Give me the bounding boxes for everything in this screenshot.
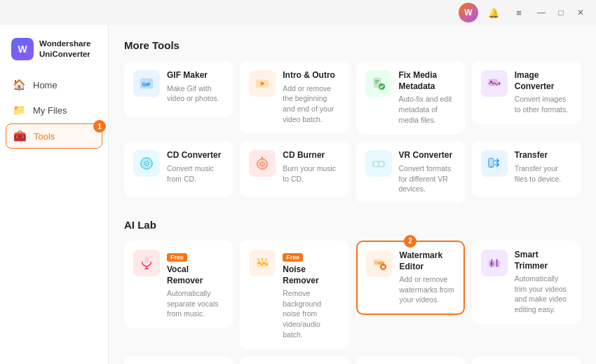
intro-outro-name: Intro & Outro xyxy=(283,70,339,81)
noise-remover-info: Free Noise Remover Remove background noi… xyxy=(283,250,339,340)
subtitle-editor-card[interactable]: Subtitle Editor A powerful subtitle edit… xyxy=(240,356,348,364)
minimize-button[interactable]: — xyxy=(534,6,548,20)
noise-remover-icon xyxy=(249,250,276,276)
svg-point-12 xyxy=(146,163,147,164)
svg-rect-22 xyxy=(144,257,149,264)
watermark-badge: 2 xyxy=(404,235,416,248)
gif-maker-icon: GIF xyxy=(133,70,160,97)
svg-rect-6 xyxy=(374,82,378,83)
smart-trimmer-desc: Automatically trim your videos and make … xyxy=(515,274,571,315)
sidebar-item-my-files[interactable]: 📁 My Files xyxy=(6,98,102,122)
watermark-editor-name: Watermark Editor xyxy=(400,250,455,272)
watermark-editor-wrapper: 2 ©WM Watermark Editor Add or remove wat… xyxy=(356,241,465,349)
cd-converter-card[interactable]: CD Converter Convert music from CD. xyxy=(124,141,233,197)
ai-portrait-wrapper: AI AI Portrait Change video background w… xyxy=(472,356,581,364)
auto-crop-wrapper: Auto Crop Automatically resize videos fo… xyxy=(124,356,233,364)
transfer-icon xyxy=(481,150,508,177)
watermark-editor-info: Watermark Editor Add or remove watermark… xyxy=(400,250,455,305)
ai-lab-title: AI Lab xyxy=(124,219,581,231)
smart-trimmer-name: Smart Trimmer xyxy=(515,250,571,271)
vr-converter-card[interactable]: VR Converter Convert formats for differe… xyxy=(356,141,465,203)
vocal-remover-icon xyxy=(133,250,160,276)
notification-icon[interactable]: 🔔 xyxy=(484,3,503,22)
image-converter-info: Image Converter Convert images to other … xyxy=(515,70,571,115)
intro-outro-wrapper: Intro & Outro Add or remove the beginnin… xyxy=(240,61,348,134)
cd-converter-wrapper: CD Converter Convert music from CD. xyxy=(124,141,233,203)
maximize-button[interactable]: □ xyxy=(554,6,568,20)
watermark-editor-card[interactable]: ©WM Watermark Editor Add or remove water… xyxy=(356,241,465,315)
vr-converter-icon xyxy=(365,150,392,177)
vocal-remover-wrapper: Free Vocal Remover Automatically separat… xyxy=(124,241,233,349)
ai-lab-grid: Free Vocal Remover Automatically separat… xyxy=(124,241,581,364)
intro-outro-icon xyxy=(249,70,276,97)
fix-media-card[interactable]: Fix Media Metadata Auto-fix and edit met… xyxy=(356,61,465,134)
cd-converter-name: CD Converter xyxy=(167,150,224,161)
menu-icon[interactable]: ≡ xyxy=(509,3,529,22)
noise-free-badge: Free xyxy=(283,253,303,262)
cd-burner-card[interactable]: CD Burner Burn your music to CD. xyxy=(240,141,348,197)
logo-text: Wondershare UniConverter xyxy=(39,39,90,60)
cd-converter-info: CD Converter Convert music from CD. xyxy=(167,150,224,184)
subtitle-editor-wrapper: Subtitle Editor A powerful subtitle edit… xyxy=(240,356,348,364)
tools-icon: 🧰 xyxy=(13,130,27,142)
cd-burner-wrapper: CD Burner Burn your music to CD. xyxy=(240,141,348,203)
more-tools-grid: GIF GIF Maker Make Gif with video or pho… xyxy=(124,61,581,203)
intro-outro-info: Intro & Outro Add or remove the beginnin… xyxy=(283,70,339,124)
vocal-remover-card[interactable]: Free Vocal Remover Automatically separat… xyxy=(124,241,233,328)
svg-text:AI: AI xyxy=(489,262,494,266)
app-layout: W Wondershare UniConverter 🏠 Home 📁 My F… xyxy=(0,25,596,364)
home-icon: 🏠 xyxy=(13,79,26,91)
fix-media-desc: Auto-fix and edit metadata of media file… xyxy=(399,94,456,125)
sidebar-item-home[interactable]: 🏠 Home xyxy=(6,73,102,97)
sidebar: W Wondershare UniConverter 🏠 Home 📁 My F… xyxy=(0,25,109,364)
noise-remover-card[interactable]: Free Noise Remover Remove background noi… xyxy=(240,241,348,349)
smart-trimmer-wrapper: AI Smart Trimmer Automatically trim your… xyxy=(472,241,581,349)
smart-trimmer-info: Smart Trimmer Automatically trim your vi… xyxy=(515,250,571,315)
svg-rect-5 xyxy=(374,80,379,81)
more-tools-section: More Tools GIF GIF Maker Make Gif with v… xyxy=(124,39,581,203)
cd-burner-desc: Burn your music to CD. xyxy=(283,163,339,184)
gif-maker-card[interactable]: GIF GIF Maker Make Gif with video or pho… xyxy=(124,61,233,117)
smart-trimmer-card[interactable]: AI Smart Trimmer Automatically trim your… xyxy=(472,241,581,324)
vocal-remover-info: Free Vocal Remover Automatically separat… xyxy=(167,250,224,319)
transfer-wrapper: Transfer Transfer your files to device. xyxy=(472,141,581,203)
cd-burner-name: CD Burner xyxy=(283,150,339,161)
gif-maker-wrapper: GIF GIF Maker Make Gif with video or pho… xyxy=(124,61,233,134)
image-converter-name: Image Converter xyxy=(515,70,571,92)
sidebar-item-tools[interactable]: 🧰 Tools 1 xyxy=(6,123,102,149)
transfer-desc: Transfer your files to device. xyxy=(515,163,571,184)
background-remo-wrapper: Background Remo... Automatically remove … xyxy=(356,356,465,364)
cd-burner-info: CD Burner Burn your music to CD. xyxy=(283,150,339,184)
image-converter-card[interactable]: Image Converter Convert images to other … xyxy=(472,61,581,124)
noise-remover-name: Noise Remover xyxy=(283,264,339,286)
noise-remover-desc: Remove background noise from video/audio… xyxy=(283,288,339,339)
transfer-card[interactable]: Transfer Transfer your files to device. xyxy=(472,141,581,197)
sidebar-item-tools-label: Tools xyxy=(34,131,55,142)
fix-media-info: Fix Media Metadata Auto-fix and edit met… xyxy=(399,70,456,125)
svg-rect-21 xyxy=(489,166,492,167)
title-bar-controls: W 🔔 ≡ — □ ✕ xyxy=(459,3,588,22)
avatar[interactable]: W xyxy=(459,3,478,22)
noise-remover-wrapper: Free Noise Remover Remove background noi… xyxy=(240,241,348,349)
intro-outro-card[interactable]: Intro & Outro Add or remove the beginnin… xyxy=(240,61,348,133)
fix-media-icon xyxy=(365,70,392,97)
sidebar-nav: 🏠 Home 📁 My Files 🧰 Tools 1 xyxy=(0,73,108,149)
auto-crop-card[interactable]: Auto Crop Automatically resize videos fo… xyxy=(124,356,233,364)
svg-rect-8 xyxy=(489,79,498,86)
fix-media-name: Fix Media Metadata xyxy=(399,70,456,92)
gif-maker-name: GIF Maker xyxy=(167,70,224,81)
vr-converter-info: VR Converter Convert formats for differe… xyxy=(399,150,456,194)
watermark-editor-icon: ©WM xyxy=(366,250,393,277)
more-tools-title: More Tools xyxy=(124,39,581,51)
background-remo-card[interactable]: Background Remo... Automatically remove … xyxy=(356,356,465,364)
fix-media-wrapper: Fix Media Metadata Auto-fix and edit met… xyxy=(356,61,465,134)
gif-maker-desc: Make Gif with video or photos. xyxy=(167,83,224,104)
ai-portrait-card[interactable]: AI AI Portrait Change video background w… xyxy=(472,356,581,364)
files-icon: 📁 xyxy=(13,104,26,116)
svg-point-17 xyxy=(374,162,378,166)
close-button[interactable]: ✕ xyxy=(574,6,588,20)
svg-text:GIF: GIF xyxy=(142,81,151,88)
sidebar-item-files-label: My Files xyxy=(33,105,67,116)
svg-rect-20 xyxy=(489,159,494,168)
svg-point-18 xyxy=(379,162,383,166)
